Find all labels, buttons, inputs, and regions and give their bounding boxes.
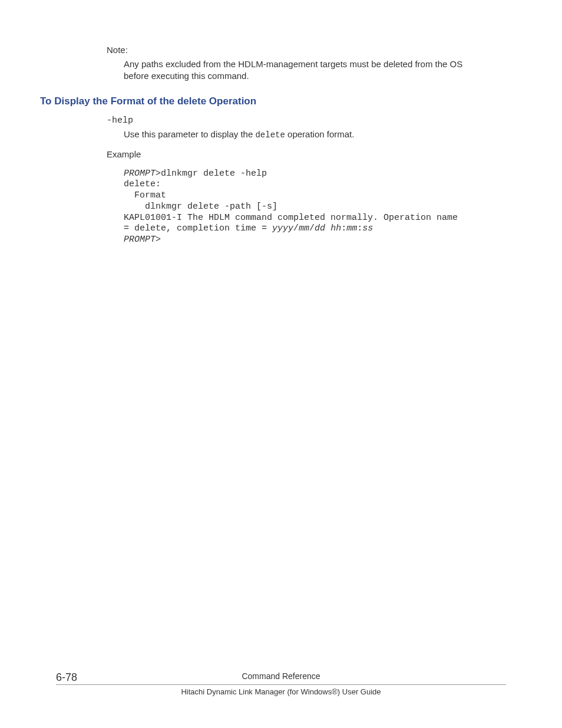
help-desc-suffix: operation format. — [285, 129, 355, 139]
code-ts-mm2: mm — [346, 223, 357, 233]
section-heading: To Display the Format of the delete Oper… — [40, 95, 506, 107]
note-label: Note: — [107, 45, 506, 55]
code-ts-yyyy: yyyy — [272, 223, 293, 233]
page-content: Note: Any paths excluded from the HDLM-m… — [0, 0, 562, 246]
example-label: Example — [107, 149, 506, 159]
code-block: PROMPT>dlnkmgr delete -help delete: Form… — [124, 169, 506, 246]
code-ts-mm1: mm — [299, 223, 309, 233]
footer-rule — [56, 684, 506, 685]
page-footer: 6-78 Command Reference Hitachi Dynamic L… — [0, 671, 562, 696]
code-line7-suffix: > — [156, 235, 161, 245]
code-line3: Format — [124, 190, 166, 200]
code-line2: delete: — [124, 179, 161, 189]
code-ts-ss: ss — [362, 223, 373, 233]
code-ts-hh: hh — [330, 223, 341, 233]
footer-subtitle: Hitachi Dynamic Link Manager (for Window… — [0, 687, 562, 696]
page-number: 6-78 — [56, 671, 77, 684]
code-ts-dd: dd — [315, 223, 325, 233]
help-desc-prefix: Use this parameter to display the — [124, 129, 255, 139]
help-desc-code: delete — [255, 130, 285, 140]
code-line1-suffix: >dlnkmgr delete -help — [156, 169, 267, 179]
code-prompt-1: PROMPT — [124, 169, 156, 179]
code-line4: dlnkmgr delete -path [-s] — [124, 202, 277, 212]
footer-title: Command Reference — [0, 671, 562, 681]
code-line5: KAPL01001-I The HDLM command completed n… — [124, 213, 458, 223]
code-prompt-2: PROMPT — [124, 235, 156, 245]
note-text: Any paths excluded from the HDLM-managem… — [124, 58, 488, 83]
help-description: Use this parameter to display the delete… — [124, 129, 506, 140]
code-line6-prefix: = delete, completion time = — [124, 223, 272, 233]
help-parameter: -help — [107, 116, 506, 126]
